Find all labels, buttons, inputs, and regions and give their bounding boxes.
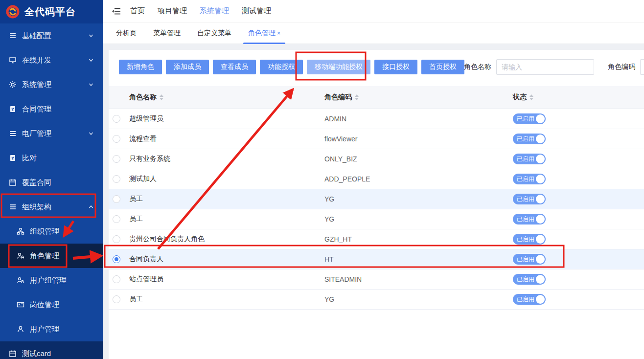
sidebar-item-test-card[interactable]: 测试card xyxy=(0,341,103,359)
status-toggle[interactable]: 已启用 xyxy=(513,294,546,305)
sort-icons[interactable] xyxy=(160,94,163,100)
status-toggle[interactable]: 已启用 xyxy=(513,234,546,245)
sidebar-item-cover-contract[interactable]: 覆盖合同 xyxy=(0,170,103,195)
status-label: 已启用 xyxy=(517,195,534,203)
toggle-knob xyxy=(536,295,545,304)
row-radio[interactable] xyxy=(113,155,120,163)
sidebar-item-compare[interactable]: 比对 xyxy=(0,146,103,170)
tab-label: 角色管理 xyxy=(248,29,276,38)
sidebar-item-system-mgmt[interactable]: 系统管理 xyxy=(0,72,103,97)
mobile-function-auth-button[interactable]: 移动端功能授权 xyxy=(307,60,370,74)
calendar-icon xyxy=(9,350,17,358)
table-row[interactable]: 站点管理员 SITEADMIN 已启用 xyxy=(109,269,644,290)
tab-role-mgmt[interactable]: 角色管理 × xyxy=(248,22,280,44)
sidebar-item-basic-config[interactable]: 基础配置 xyxy=(0,23,103,48)
nav-item-system-mgmt[interactable]: 系统管理 xyxy=(200,6,229,16)
row-radio[interactable] xyxy=(113,115,120,123)
row-radio[interactable] xyxy=(113,295,120,303)
view-members-button[interactable]: 查看成员 xyxy=(213,60,256,74)
sidebar-item-label: 覆盖合同 xyxy=(22,178,51,187)
table-row[interactable]: 超级管理员 ADMIN 已启用 xyxy=(109,109,644,129)
row-radio[interactable] xyxy=(113,135,120,143)
page-tabs-bar: 分析页 菜单管理 自定义菜单 角色管理 × xyxy=(103,22,644,44)
table-row[interactable]: 贵州公司合同负责人角色 GZH_HT 已启用 xyxy=(109,229,644,249)
table-row[interactable]: 员工 YG 已启用 xyxy=(109,209,644,229)
sidebar-item-org-mgmt[interactable]: 组织管理 xyxy=(0,219,103,244)
status-toggle[interactable]: 已启用 xyxy=(513,214,546,224)
table-row-selected[interactable]: 合同负责人 HT 已启用 xyxy=(109,249,644,269)
status-toggle[interactable]: 已启用 xyxy=(513,274,546,285)
role-code-filter-input[interactable] xyxy=(640,59,644,75)
sort-icons[interactable] xyxy=(529,94,533,100)
chevron-down-icon xyxy=(88,131,94,136)
sort-asc-icon[interactable] xyxy=(355,94,359,97)
column-header-status[interactable]: 状态 xyxy=(513,93,644,102)
nav-item-project-mgmt[interactable]: 项目管理 xyxy=(158,6,187,16)
row-radio[interactable] xyxy=(113,215,120,223)
status-toggle[interactable]: 已启用 xyxy=(513,134,546,144)
sort-desc-icon[interactable] xyxy=(529,98,533,100)
function-auth-button[interactable]: 功能授权 xyxy=(260,60,303,74)
sidebar-item-org-structure[interactable]: 组织架构 xyxy=(0,195,103,219)
status-toggle[interactable]: 已启用 xyxy=(513,194,546,204)
sort-desc-icon[interactable] xyxy=(160,98,163,100)
role-name-cell: 站点管理员 xyxy=(129,275,324,284)
sidebar: 全代码平台 基础配置 在线开发 系统管理 合同管理 电厂管理 xyxy=(0,0,103,359)
status-toggle[interactable]: 已启用 xyxy=(513,174,546,184)
sort-desc-icon[interactable] xyxy=(355,98,359,100)
sidebar-item-label: 在线开发 xyxy=(22,56,51,65)
add-role-button[interactable]: 新增角色 xyxy=(119,60,162,74)
api-auth-button[interactable]: 接口授权 xyxy=(374,60,417,74)
row-radio[interactable] xyxy=(113,175,120,183)
column-header-role-name[interactable]: 角色名称 xyxy=(129,93,324,102)
sort-asc-icon[interactable] xyxy=(529,94,533,97)
tab-menu-mgmt[interactable]: 菜单管理 xyxy=(153,22,181,44)
calendar-icon xyxy=(9,179,17,186)
role-name-filter-input[interactable] xyxy=(496,59,594,75)
table-row[interactable]: 流程查看 flowViewer 已启用 xyxy=(109,129,644,149)
status-toggle[interactable]: 已启用 xyxy=(513,254,546,265)
sidebar-item-user-group-mgmt[interactable]: 用户组管理 xyxy=(0,268,103,292)
row-radio[interactable] xyxy=(113,195,120,203)
row-radio[interactable] xyxy=(113,275,120,283)
table-row[interactable]: 只有业务系统 ONLY_BIZ 已启用 xyxy=(109,149,644,169)
table-row[interactable]: 员工 YG 已启用 xyxy=(109,290,644,310)
role-name-cell: 测试加人 xyxy=(129,175,324,183)
sidebar-item-label: 岗位管理 xyxy=(30,300,59,310)
nav-item-test-mgmt[interactable]: 测试管理 xyxy=(242,6,271,16)
top-navbar: 首页 项目管理 系统管理 测试管理 xyxy=(103,0,644,22)
app-window: 全代码平台 基础配置 在线开发 系统管理 合同管理 电厂管理 xyxy=(0,0,644,359)
sidebar-item-contract-mgmt[interactable]: 合同管理 xyxy=(0,97,103,121)
tab-label: 自定义菜单 xyxy=(197,29,231,38)
tab-custom-menu[interactable]: 自定义菜单 xyxy=(197,22,231,44)
homepage-auth-button[interactable]: 首页授权 xyxy=(421,60,464,74)
monitor-icon xyxy=(9,56,17,64)
row-radio-selected[interactable] xyxy=(113,255,120,263)
role-code-cell: YG xyxy=(324,215,513,223)
table-row[interactable]: 测试加人 ADD_PEOPLE 已启用 xyxy=(109,169,644,189)
sidebar-item-online-dev[interactable]: 在线开发 xyxy=(0,48,103,72)
nav-item-home[interactable]: 首页 xyxy=(130,6,145,16)
tab-label: 分析页 xyxy=(116,29,137,38)
sort-asc-icon[interactable] xyxy=(160,94,163,97)
sidebar-item-post-mgmt[interactable]: 岗位管理 xyxy=(0,292,103,317)
sort-icons[interactable] xyxy=(355,94,359,100)
table-header-row: 角色名称 角色编码 状态 xyxy=(109,86,644,109)
table-row[interactable]: 员工 YG 已启用 xyxy=(109,189,644,209)
row-radio[interactable] xyxy=(113,235,120,243)
status-toggle[interactable]: 已启用 xyxy=(513,113,546,124)
sidebar-item-user-mgmt[interactable]: 用户管理 xyxy=(0,317,103,341)
role-name-cell: 员工 xyxy=(129,295,324,304)
menu-fold-icon[interactable] xyxy=(112,6,121,16)
tab-analysis[interactable]: 分析页 xyxy=(116,22,137,44)
add-member-button[interactable]: 添加成员 xyxy=(166,60,209,74)
status-label: 已启用 xyxy=(517,255,534,264)
sidebar-item-role-mgmt[interactable]: 角色管理 xyxy=(0,244,103,268)
sidebar-item-plant-mgmt[interactable]: 电厂管理 xyxy=(0,121,103,146)
column-label: 角色编码 xyxy=(324,93,352,102)
column-header-role-code[interactable]: 角色编码 xyxy=(324,93,513,102)
status-label: 已启用 xyxy=(517,295,534,304)
id-card-icon xyxy=(17,301,24,309)
close-icon[interactable]: × xyxy=(277,30,280,36)
status-toggle[interactable]: 已启用 xyxy=(513,154,546,164)
